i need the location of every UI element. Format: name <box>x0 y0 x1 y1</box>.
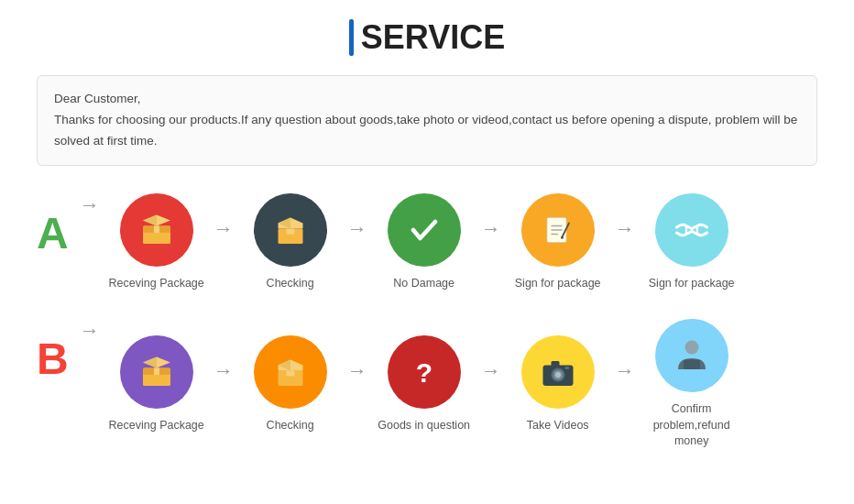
flow-steps-a: Receving Package→ Checking→ No Damage→ S… <box>102 193 747 292</box>
svg-point-9 <box>405 211 443 249</box>
step-label: Goods in question <box>378 418 470 434</box>
svg-rect-32 <box>564 367 569 369</box>
svg-rect-31 <box>551 361 559 367</box>
title-accent-bar <box>349 19 354 56</box>
step-label: No Damage <box>393 276 454 292</box>
step-circle <box>254 193 327 267</box>
step-1-0: Receving Package <box>102 335 212 434</box>
page-title: SERVICE <box>37 18 817 57</box>
svg-marker-4 <box>143 214 157 225</box>
step-circle <box>655 319 728 392</box>
step-label: Take Videos <box>527 418 589 434</box>
notice-line1: Dear Customer, <box>54 89 800 110</box>
notice-line2: Thanks for choosing our products.If any … <box>54 110 800 152</box>
step-circle <box>120 193 193 267</box>
step-circle <box>388 193 461 267</box>
step-label: Checking <box>267 276 314 292</box>
flow-arrow: → <box>80 319 100 343</box>
step-arrow: → <box>347 359 367 383</box>
step-arrow: → <box>347 217 367 241</box>
step-circle <box>120 335 193 409</box>
step-arrow: → <box>214 217 234 241</box>
step-label: Confirm problem,refund money <box>637 401 747 450</box>
svg-rect-19 <box>154 367 159 375</box>
step-arrow: → <box>615 359 635 383</box>
step-arrow: → <box>481 217 501 241</box>
flow-section-a: A→ Receving Package→ Checking→ No Damage… <box>37 193 817 292</box>
step-circle <box>254 335 327 409</box>
flow-steps-b: Receving Package→ Checking→ ? Goods in q… <box>102 319 747 450</box>
step-0-4: Sign for package <box>637 193 747 292</box>
svg-point-30 <box>555 372 561 378</box>
step-arrow: → <box>214 359 234 383</box>
step-1-3: Take Videos <box>503 335 613 434</box>
step-label: Sign for package <box>515 276 601 292</box>
step-label: Sign for package <box>649 276 735 292</box>
svg-rect-8 <box>286 228 294 234</box>
title-text: SERVICE <box>361 18 505 57</box>
step-circle <box>655 193 728 267</box>
flow-section-b: B→ Receving Package→ Checking→ ? Goods i… <box>37 319 817 450</box>
section-letter-a: A <box>37 212 69 256</box>
svg-rect-34 <box>684 360 700 370</box>
step-1-2: ? Goods in question <box>369 335 479 434</box>
section-letter-b: B <box>37 337 69 381</box>
svg-marker-21 <box>143 356 157 367</box>
step-circle <box>521 193 595 267</box>
svg-point-33 <box>684 341 698 355</box>
svg-rect-2 <box>154 225 159 233</box>
step-circle: ? <box>388 335 461 409</box>
step-label: Checking <box>267 418 314 434</box>
step-arrow: → <box>615 217 635 241</box>
notice-box: Dear Customer, Thanks for choosing our p… <box>37 75 817 166</box>
step-1-4: Confirm problem,refund money <box>637 319 747 450</box>
step-0-2: No Damage <box>369 193 479 292</box>
step-label: Receving Package <box>109 418 204 434</box>
step-0-3: Sign for package <box>503 193 613 292</box>
flow-arrow: → <box>80 193 100 217</box>
svg-text:?: ? <box>416 356 432 387</box>
step-1-1: Checking <box>235 335 345 434</box>
svg-point-16 <box>561 236 564 239</box>
step-label: Receving Package <box>109 276 204 292</box>
step-arrow: → <box>481 359 501 383</box>
step-circle <box>521 335 595 409</box>
step-0-0: Receving Package <box>102 193 212 292</box>
step-0-1: Checking <box>235 193 345 292</box>
svg-rect-25 <box>286 370 294 376</box>
